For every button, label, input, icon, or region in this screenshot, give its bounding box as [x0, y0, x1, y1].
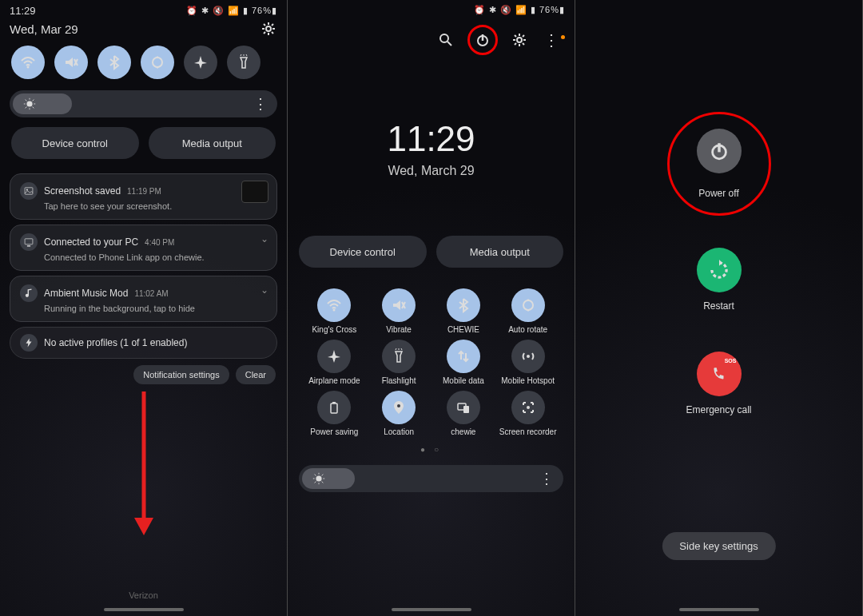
- settings-gear-icon[interactable]: [509, 30, 530, 50]
- status-bar: ⏰ ✱ 🔇 📶 ▮ 76%▮: [288, 0, 575, 15]
- airplane-icon: [317, 340, 351, 373]
- swipe-down-arrow-annotation: [132, 391, 156, 535]
- emergency-call-button[interactable]: SOS: [697, 352, 742, 396]
- tile-label: Mobile data: [443, 376, 484, 386]
- notification-shade-pane: 11:29 ⏰ ✱ 🔇 📶 ▮ 76%▮ Wed, Mar 29 ⋮ Devic…: [0, 0, 288, 616]
- chevron-down-icon[interactable]: ⌄: [260, 233, 268, 244]
- notification-settings-button[interactable]: Notification settings: [133, 365, 229, 384]
- panel-date: Wed, March 29: [288, 164, 575, 178]
- nav-bar[interactable]: [679, 608, 759, 611]
- brightness-more-icon[interactable]: ⋮: [539, 470, 554, 487]
- tile-devices[interactable]: chewie: [433, 391, 495, 437]
- bolt-icon: [20, 334, 38, 352]
- qs-bluetooth[interactable]: [97, 46, 131, 79]
- tile-data[interactable]: Mobile data: [433, 340, 495, 386]
- restart-label: Restart: [703, 300, 734, 312]
- tile-battery[interactable]: Power saving: [304, 391, 365, 437]
- nav-bar[interactable]: [392, 608, 471, 611]
- flashlight-icon: [382, 340, 416, 373]
- quick-panel-expanded-pane: ⏰ ✱ 🔇 📶 ▮ 76%▮ ⋮ 11:29 Wed, March 29 Dev…: [288, 0, 575, 616]
- tile-rotate[interactable]: Auto rotate: [497, 288, 559, 335]
- tile-hotspot[interactable]: Mobile Hotspot: [497, 340, 559, 386]
- panel-top-actions: ⋮: [288, 15, 575, 55]
- qs-rotate[interactable]: [141, 46, 174, 79]
- location-icon: [382, 391, 416, 424]
- tile-record[interactable]: Screen recorder: [497, 391, 559, 437]
- tile-label: Auto rotate: [508, 325, 547, 335]
- shade-date: Wed, Mar 29: [10, 22, 78, 36]
- tile-label: Flashlight: [382, 376, 416, 386]
- brightness-slider[interactable]: ⋮: [299, 465, 563, 492]
- notification-body: Connected to Phone Link app on chewie.: [44, 252, 267, 262]
- wifi-icon: [317, 288, 351, 322]
- sun-icon: [22, 97, 37, 111]
- music-icon: [20, 284, 38, 302]
- notification-body: Running in the background, tap to hide: [44, 304, 267, 313]
- media-output-button[interactable]: Media output: [149, 127, 276, 159]
- power-button-highlight: [467, 25, 498, 55]
- tile-label: King's Cross: [312, 325, 356, 335]
- tile-location[interactable]: Location: [368, 391, 430, 437]
- tile-label: Power saving: [310, 427, 358, 437]
- settings-gear-icon[interactable]: [260, 20, 277, 38]
- media-output-button[interactable]: Media output: [436, 236, 564, 268]
- tile-bluetooth[interactable]: CHEWIE: [433, 288, 495, 335]
- data-icon: [447, 340, 480, 373]
- device-control-button[interactable]: Device control: [11, 127, 139, 159]
- shade-header: Wed, Mar 29: [0, 17, 287, 46]
- profiles-text: No active profiles (1 of 1 enabled): [44, 337, 187, 348]
- tile-label: Mobile Hotspot: [501, 376, 555, 386]
- brightness-slider[interactable]: ⋮: [10, 90, 277, 117]
- clear-button[interactable]: Clear: [236, 365, 276, 384]
- qs-flashlight[interactable]: [227, 46, 260, 79]
- quick-settings-row: [0, 46, 287, 79]
- tile-flashlight[interactable]: Flashlight: [368, 340, 430, 386]
- sun-icon: [312, 471, 326, 486]
- tile-label: Vibrate: [386, 325, 412, 335]
- notification-title: Connected to your PC: [44, 236, 138, 248]
- hotspot-icon: [511, 340, 545, 373]
- power-icon[interactable]: [472, 30, 493, 50]
- status-time: 11:29: [10, 5, 36, 17]
- power-off-label: Power off: [698, 188, 738, 199]
- notification-time: 11:02 AM: [134, 289, 168, 298]
- side-key-settings-button[interactable]: Side key settings: [662, 532, 775, 560]
- search-icon[interactable]: [435, 30, 456, 50]
- notification[interactable]: Ambient Music Mod11:02 AMRunning in the …: [10, 276, 277, 322]
- tile-mute[interactable]: Vibrate: [368, 288, 430, 335]
- tile-airplane[interactable]: Airplane mode: [304, 340, 365, 386]
- pc-icon: [20, 233, 38, 251]
- quick-settings-grid: King's CrossVibrateCHEWIEAuto rotateAirp…: [288, 288, 575, 437]
- image-icon: [20, 182, 38, 200]
- notification[interactable]: Connected to your PC4:40 PMConnected to …: [10, 225, 277, 271]
- nav-bar[interactable]: [104, 608, 184, 611]
- profiles-notification[interactable]: No active profiles (1 of 1 enabled): [10, 327, 277, 359]
- carrier-label: Verizon: [0, 590, 287, 600]
- qs-mute[interactable]: [54, 46, 88, 79]
- tile-label: CHEWIE: [447, 325, 479, 335]
- brightness-more-icon[interactable]: ⋮: [253, 95, 268, 113]
- power-off-button[interactable]: [697, 129, 742, 173]
- qs-wifi[interactable]: [11, 46, 45, 79]
- notification-title: Ambient Music Mod: [44, 288, 128, 299]
- chevron-down-icon[interactable]: ⌄: [260, 284, 268, 296]
- page-indicator[interactable]: ● ○: [288, 445, 575, 454]
- tile-wifi[interactable]: King's Cross: [304, 288, 365, 335]
- notification-time: 11:19 PM: [127, 187, 161, 196]
- power-off-highlight: Power off: [667, 112, 771, 216]
- mute-icon: [382, 288, 416, 322]
- restart-button[interactable]: [697, 248, 742, 292]
- devices-icon: [447, 391, 480, 424]
- bluetooth-icon: [447, 288, 480, 322]
- brightness-track: [302, 468, 355, 489]
- device-control-button[interactable]: Device control: [299, 236, 427, 268]
- status-icons: ⏰ ✱ 🔇 📶 ▮ 76%▮: [474, 5, 565, 15]
- status-icons: ⏰ ✱ 🔇 📶 ▮ 76%▮: [186, 6, 277, 16]
- screenshot-thumbnail[interactable]: [241, 181, 268, 203]
- more-icon[interactable]: ⋮: [541, 30, 562, 50]
- qs-airplane[interactable]: [184, 46, 217, 79]
- battery-icon: [317, 391, 351, 424]
- notification[interactable]: Screenshot saved11:19 PMTap here to see …: [10, 173, 277, 220]
- privacy-indicator-dot: [561, 35, 565, 39]
- tile-label: Screen recorder: [499, 427, 557, 437]
